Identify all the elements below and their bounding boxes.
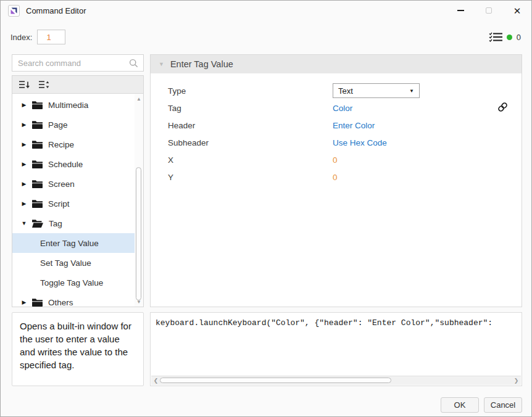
minimize-icon [457,10,464,10]
properties-rows: TypeText▼TagColorHeaderEnter ColorSubhea… [151,73,522,186]
closed-folder-icon [32,140,43,149]
property-row-x: X0 [168,151,522,168]
ok-button[interactable]: OK [441,397,479,413]
open-folder-icon [32,219,43,228]
command-tree-panel: ▶Multimedia▶Page▶Recipe▶Schedule▶Screen▶… [12,75,144,307]
tree-body: ▶Multimedia▶Page▶Recipe▶Schedule▶Screen▶… [12,94,143,307]
cancel-button[interactable]: Cancel [484,397,522,413]
tree-item-label: Page [48,120,68,130]
command-tree-items: ▶Multimedia▶Page▶Recipe▶Schedule▶Screen▶… [12,94,143,307]
tree-item-label: Toggle Tag Value [40,278,103,287]
property-label: Header [168,121,333,130]
subheader-value[interactable]: Use Hex Code [333,138,387,147]
tree-item-label: Others [48,298,73,307]
tree-item-recipe[interactable]: ▶Recipe [12,134,143,154]
command-editor-window: { "window": { "title": "Command Editor" … [0,0,532,417]
property-row-header: HeaderEnter Color [168,117,522,134]
code-scrollbar[interactable]: ❮ ❯ [151,376,521,385]
expand-all-icon[interactable] [39,80,51,89]
properties-panel: ▼ Enter Tag Value TypeText▼TagColorHeade… [150,54,522,307]
error-count: 0 [517,33,521,42]
tag-link-icon[interactable] [497,102,508,112]
code-preview-panel: keyboard.launchKeyboard("Color", {"heade… [150,312,522,386]
section-caret-icon: ▼ [159,61,164,67]
app-logo-icon [8,5,20,17]
window-title: Command Editor [26,6,86,15]
property-label: Subheader [168,138,333,147]
chevron-collapsed-icon[interactable]: ▶ [20,299,28,305]
chevron-collapsed-icon[interactable]: ▶ [20,181,28,187]
chevron-down-icon: ▼ [409,88,414,94]
generated-code: keyboard.launchKeyboard("Color", {"heade… [151,313,522,333]
tree-toolbar [12,76,143,94]
closed-folder-icon [32,101,43,109]
closed-folder-icon [32,160,43,168]
closed-folder-icon [32,298,43,307]
tree-item-label: Tag [49,219,62,228]
property-row-y: Y0 [168,168,522,186]
closed-folder-icon [32,180,43,188]
tree-scrollbar-thumb[interactable] [136,167,141,300]
property-label: Tag [168,104,333,113]
tree-item-label: Enter Tag Value [40,239,99,248]
minimize-button[interactable] [446,1,475,20]
tree-item-page[interactable]: ▶Page [12,115,143,134]
scroll-up-icon[interactable]: ▲ [135,95,143,102]
scroll-right-icon[interactable]: ❯ [512,376,520,385]
property-label: Y [168,173,333,182]
property-row-type: TypeText▼ [168,82,522,99]
collapse-all-icon[interactable] [19,80,31,89]
chevron-collapsed-icon[interactable]: ▶ [20,200,28,207]
title-bar: Command Editor ✕ [1,1,531,20]
validation-list-icon[interactable] [489,32,502,42]
closed-folder-icon [32,120,43,129]
tree-item-label: Recipe [48,140,74,149]
header-value[interactable]: Enter Color [333,121,375,130]
close-icon: ✕ [513,6,522,15]
property-row-subheader: SubheaderUse Hex Code [168,134,522,151]
tree-scrollbar[interactable]: ▲ ▼ [135,94,143,307]
tree-item-label: Schedule [48,160,83,169]
tree-item-label: Screen [48,180,75,189]
closed-folder-icon [32,199,43,208]
x-value: 0 [333,155,338,165]
index-label: Index: [10,33,32,42]
tree-item-label: Set Tag Value [40,258,91,268]
tree-item-tag[interactable]: ▼Tag [12,213,143,233]
maximize-button[interactable] [475,1,503,20]
scroll-left-icon[interactable]: ❮ [152,376,160,385]
tree-item-label: Multimedia [48,101,88,110]
search-icon [129,59,138,68]
status-green-dot-icon [507,35,512,40]
tree-item-others[interactable]: ▶Others [12,292,143,307]
scroll-down-icon[interactable]: ▼ [135,298,143,305]
property-label: Type [168,86,333,96]
chevron-expanded-icon[interactable]: ▼ [20,220,28,226]
search-box [12,54,144,72]
maximize-icon [486,7,492,14]
tree-item-enter-tag-value[interactable]: Enter Tag Value [12,233,143,253]
property-label: X [168,155,333,165]
command-description: Opens a built-in window for the user to … [12,312,144,386]
code-scrollbar-thumb[interactable] [160,378,391,383]
tree-item-screen[interactable]: ▶Screen [12,174,143,194]
properties-title: Enter Tag Value [170,59,233,69]
close-button[interactable]: ✕ [503,1,531,20]
tree-item-toggle-tag-value[interactable]: Toggle Tag Value [12,273,143,292]
chevron-collapsed-icon[interactable]: ▶ [20,102,28,108]
index-input[interactable] [37,30,65,44]
chevron-collapsed-icon[interactable]: ▶ [20,141,28,147]
chevron-collapsed-icon[interactable]: ▶ [20,161,28,167]
tree-item-script[interactable]: ▶Script [12,194,143,213]
tree-item-set-tag-value[interactable]: Set Tag Value [12,253,143,273]
tree-item-multimedia[interactable]: ▶Multimedia [12,95,143,115]
chevron-collapsed-icon[interactable]: ▶ [20,122,28,128]
dropdown-selected-value: Text [333,86,353,96]
property-row-tag: TagColor [168,99,522,117]
tree-item-schedule[interactable]: ▶Schedule [12,154,143,174]
type-dropdown[interactable]: Text▼ [333,83,420,98]
y-value: 0 [333,173,338,182]
properties-header[interactable]: ▼ Enter Tag Value [151,55,522,73]
tag-value[interactable]: Color [333,104,352,113]
search-input[interactable] [12,59,129,68]
